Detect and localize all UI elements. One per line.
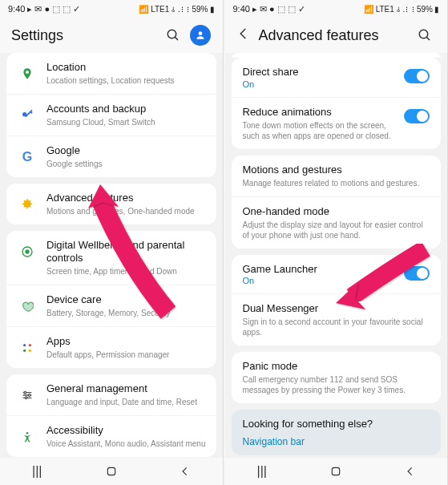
profile-button[interactable]	[189, 24, 212, 46]
settings-header: Settings	[0, 18, 223, 53]
settings-item[interactable]: Accessibility Voice Assistant, Mono audi…	[6, 416, 216, 457]
navigation-bar-link[interactable]: Navigation bar	[243, 436, 430, 447]
settings-item[interactable]: G Google Google settings	[6, 136, 216, 177]
nav-home[interactable]	[320, 463, 352, 479]
item-subtitle: Adjust the display size and layout for e…	[243, 220, 430, 240]
settings-item[interactable]: Digital Wellbeing and parental controls …	[6, 231, 216, 286]
status-notif-icons: ▸ ✉ ● ⬚ ⬚ ✓	[252, 4, 305, 14]
toggle-switch[interactable]	[404, 266, 430, 281]
item-subtitle: Screen time, App timers, Wind Down	[46, 266, 207, 277]
item-title: Apps	[46, 335, 207, 349]
item-subtitle: Language and input, Date and time, Reset	[46, 397, 207, 407]
item-title: Digital Wellbeing and parental controls	[46, 239, 207, 266]
svg-point-15	[26, 432, 29, 434]
toggle-switch[interactable]	[404, 69, 430, 83]
svg-point-13	[28, 394, 30, 397]
looking-title: Looking for something else?	[243, 418, 430, 431]
page-title: Settings	[11, 27, 157, 44]
device-care-icon	[16, 295, 38, 317]
status-bar: 9:40 ▸ ✉ ● ⬚ ⬚ ✓ 📶 LTE1 ⫰ .⫶ ⫶ 59% ▮	[0, 0, 223, 18]
nav-recents[interactable]: |||	[246, 463, 278, 479]
svg-point-8	[29, 350, 31, 352]
item-subtitle: Manage features related to motions and g…	[243, 178, 430, 188]
settings-screen: 9:40 ▸ ✉ ● ⬚ ⬚ ✓ 📶 LTE1 ⫰ .⫶ ⫶ 59% ▮ Set…	[0, 0, 224, 485]
svg-rect-20	[333, 467, 340, 475]
status-battery: 59%	[417, 5, 433, 14]
advanced-list[interactable]: Direct shareOn Reduce animationsTone dow…	[225, 53, 448, 470]
status-bar: 9:40 ▸ ✉ ● ⬚ ⬚ ✓ 📶 LTE1 ⫰ .⫶ ⫶ 59% ▮	[225, 0, 448, 18]
item-title: Reduce animations	[243, 106, 400, 119]
back-button[interactable]	[236, 26, 251, 45]
search-button[interactable]	[162, 24, 184, 46]
settings-item[interactable]: Device care Battery, Storage, Memory, Se…	[6, 285, 216, 327]
item-subtitle: Battery, Storage, Memory, Security	[46, 308, 207, 318]
advanced-item[interactable]: Dual MessengerSign in to a second accoun…	[232, 294, 442, 346]
advanced-features-screen: 9:40 ▸ ✉ ● ⬚ ⬚ ✓ 📶 LTE1 ⫰ .⫶ ⫶ 59% ▮ Adv…	[225, 0, 449, 485]
item-title: Location	[46, 61, 207, 75]
item-title: Device care	[46, 293, 207, 307]
svg-point-14	[25, 397, 27, 399]
status-notif-icons: ▸ ✉ ● ⬚ ⬚ ✓	[27, 4, 80, 14]
advanced-item[interactable]: Game LauncherOn	[232, 255, 442, 295]
svg-point-6	[29, 344, 31, 346]
apps-icon	[16, 337, 38, 359]
svg-point-4	[26, 250, 29, 253]
svg-point-5	[23, 344, 26, 346]
location-icon	[16, 63, 38, 85]
accessibility-icon	[16, 426, 38, 448]
status-battery: 59%	[192, 5, 208, 14]
settings-item[interactable]: Advanced features Motions and gestures, …	[6, 184, 216, 224]
item-status: On	[243, 79, 400, 89]
page-title: Advanced features	[259, 27, 410, 44]
advanced-item[interactable]: Motions and gesturesManage features rela…	[232, 156, 442, 197]
item-subtitle: Google settings	[46, 159, 207, 169]
item-title: Google	[46, 144, 207, 158]
item-title: Motions and gestures	[243, 164, 430, 177]
item-subtitle: Sign in to a second account in your favo…	[243, 317, 430, 337]
looking-card: Looking for something else? Navigation b…	[232, 410, 442, 455]
settings-list[interactable]: Location Location settings, Location req…	[0, 53, 223, 470]
status-signal: 📶 LTE1 ⫰ .⫶ ⫶	[139, 5, 190, 14]
advanced-item[interactable]: Panic modeCall emergency number 112 and …	[232, 352, 442, 403]
advanced-item[interactable]: Reduce animationsTone down motion effect…	[232, 98, 442, 149]
item-status: On	[243, 276, 400, 285]
advanced-icon	[16, 193, 38, 216]
item-subtitle: Motions and gestures, One-handed mode	[46, 206, 207, 216]
search-button[interactable]	[414, 24, 436, 46]
nav-back[interactable]	[394, 463, 426, 479]
item-subtitle: Samsung Cloud, Smart Switch	[46, 117, 207, 127]
toggle-switch[interactable]	[404, 109, 430, 123]
key-icon	[16, 104, 38, 127]
nav-home[interactable]	[95, 463, 127, 479]
nav-recents[interactable]: |||	[21, 463, 53, 479]
battery-icon: ▮	[210, 5, 215, 14]
item-title: Game Launcher	[243, 263, 400, 277]
google-icon: G	[16, 146, 38, 168]
svg-rect-17	[107, 467, 115, 475]
advanced-header: Advanced features	[225, 18, 448, 53]
item-title: Panic mode	[243, 360, 430, 374]
svg-point-0	[167, 30, 176, 38]
battery-icon: ▮	[434, 5, 439, 14]
wellbeing-icon	[16, 240, 38, 263]
settings-item[interactable]: Location Location settings, Location req…	[6, 53, 216, 95]
item-title: Dual Messenger	[243, 302, 430, 316]
item-title: One-handed mode	[243, 205, 430, 219]
nav-back[interactable]	[169, 463, 201, 479]
advanced-item[interactable]: One-handed modeAdjust the display size a…	[232, 197, 442, 249]
advanced-item[interactable]: Direct shareOn	[232, 58, 442, 98]
item-subtitle: Default apps, Permission manager	[46, 350, 207, 360]
svg-line-1	[175, 37, 178, 40]
svg-point-18	[419, 30, 428, 38]
settings-item[interactable]: Apps Default apps, Permission manager	[6, 327, 216, 368]
status-time: 9:40	[233, 4, 250, 14]
general-icon	[16, 384, 38, 406]
settings-item[interactable]: Accounts and backup Samsung Cloud, Smart…	[6, 95, 216, 136]
item-subtitle: Call emergency number 112 and send SOS m…	[243, 374, 430, 395]
nav-bar: |||	[0, 458, 223, 485]
item-subtitle: Tone down motion effects on the screen, …	[243, 120, 400, 141]
item-title: Advanced features	[46, 192, 207, 205]
item-title: Accounts and backup	[46, 103, 207, 116]
item-title: Accessibility	[46, 424, 207, 438]
settings-item[interactable]: General management Language and input, D…	[6, 374, 216, 416]
